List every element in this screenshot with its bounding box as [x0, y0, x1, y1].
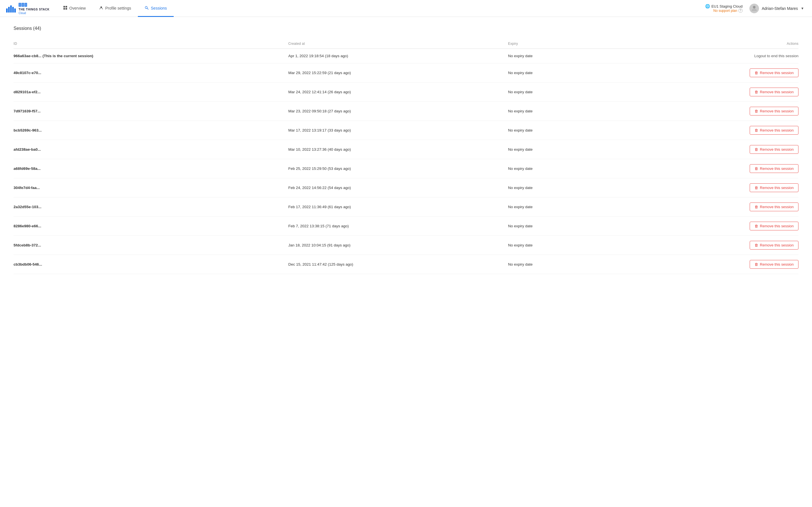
remove-session-button[interactable]: 🗑Remove this session: [750, 164, 799, 173]
tab-sessions-label: Sessions: [151, 6, 167, 10]
page-title: Sessions (44): [13, 26, 799, 31]
session-id-value: 5fdceb8b-372...: [13, 243, 41, 247]
trash-icon: 🗑: [755, 166, 758, 171]
logo-text: THE THINGS STACK Cloud: [18, 2, 50, 15]
remove-session-button[interactable]: 🗑Remove this session: [750, 145, 799, 154]
remove-session-button[interactable]: 🗑Remove this session: [750, 260, 799, 269]
session-created: Mar 23, 2022 09:50:18 (27 days ago): [288, 102, 508, 121]
remove-button-label: Remove this session: [760, 166, 794, 171]
col-header-created: Created at: [288, 39, 508, 49]
remove-button-label: Remove this session: [760, 71, 794, 75]
svg-point-17: [753, 6, 755, 8]
remove-session-button[interactable]: 🗑Remove this session: [750, 183, 799, 192]
grid-icon: [63, 6, 67, 11]
remove-button-label: Remove this session: [760, 205, 794, 209]
session-id: afd238ae-ba0...: [13, 140, 288, 159]
session-id-value: d829101a-ef2...: [13, 90, 41, 94]
page-header: Sessions (44): [13, 26, 799, 31]
svg-rect-0: [6, 8, 8, 12]
tab-overview-label: Overview: [69, 6, 86, 10]
session-actions: 🗑Remove this session: [665, 236, 799, 255]
svg-rect-11: [63, 6, 65, 8]
session-created: Dec 15, 2021 11:47:42 (125 days ago): [288, 255, 508, 274]
session-id: 49c8107c-e70...: [13, 63, 288, 82]
svg-rect-12: [65, 6, 67, 8]
session-id-value: 7d971639-f57...: [13, 109, 41, 113]
remove-session-button[interactable]: 🗑Remove this session: [750, 241, 799, 249]
header-right: 🌐 EU1 Staging Cloud No support plan ? Ad…: [705, 0, 806, 17]
session-actions: 🗑Remove this session: [665, 159, 799, 178]
session-id-value: 49c8107c-e70...: [13, 71, 41, 75]
remove-button-label: Remove this session: [760, 243, 794, 247]
session-created: Mar 10, 2022 13:27:36 (40 days ago): [288, 140, 508, 159]
remove-button-label: Remove this session: [760, 224, 794, 228]
logo-area: THE THINGS STACK Cloud: [6, 0, 56, 17]
session-expiry: No expiry date: [508, 121, 665, 140]
remove-session-button[interactable]: 🗑Remove this session: [750, 68, 799, 77]
main-header: THE THINGS STACK Cloud Overview: [0, 0, 812, 17]
session-actions: 🗑Remove this session: [665, 178, 799, 198]
support-plan[interactable]: No support plan ?: [713, 8, 743, 13]
remove-button-label: Remove this session: [760, 262, 794, 267]
session-expiry: No expiry date: [508, 102, 665, 121]
session-created: Apr 1, 2022 19:18:54 (18 days ago): [288, 49, 508, 63]
svg-rect-1: [8, 7, 10, 12]
remove-session-button[interactable]: 🗑Remove this session: [750, 203, 799, 211]
nav-tabs: Overview Profile settings Sessions: [56, 0, 174, 17]
session-id: 7d971639-f57...: [13, 102, 288, 121]
session-created: Feb 17, 2022 11:36:49 (61 days ago): [288, 198, 508, 217]
remove-session-button[interactable]: 🗑Remove this session: [750, 88, 799, 96]
trash-icon: 🗑: [755, 186, 758, 190]
session-actions: 🗑Remove this session: [665, 198, 799, 217]
cloud-region-label: EU1 Staging Cloud: [711, 4, 743, 8]
session-id-value: cb3bdb06-546...: [13, 262, 42, 267]
trash-icon: 🗑: [755, 224, 758, 228]
table-row: 7d971639-f57...Mar 23, 2022 09:50:18 (27…: [13, 102, 799, 121]
trash-icon: 🗑: [755, 147, 758, 152]
session-id-value: bcb5269c-963...: [13, 128, 42, 132]
trash-icon: 🗑: [755, 128, 758, 132]
session-expiry: No expiry date: [508, 236, 665, 255]
session-actions: 🗑Remove this session: [665, 140, 799, 159]
session-id: d829101a-ef2...: [13, 82, 288, 102]
trash-icon: 🗑: [755, 205, 758, 209]
session-created: Jan 18, 2022 10:04:15 (91 days ago): [288, 236, 508, 255]
session-expiry: No expiry date: [508, 198, 665, 217]
remove-session-button[interactable]: 🗑Remove this session: [750, 222, 799, 230]
session-expiry: No expiry date: [508, 82, 665, 102]
remove-session-button[interactable]: 🗑Remove this session: [750, 126, 799, 135]
table-header: ID Created at Expiry Actions: [13, 39, 799, 49]
session-created: Feb 24, 2022 14:56:22 (54 days ago): [288, 178, 508, 198]
session-id: bcb5269c-963...: [13, 121, 288, 140]
trash-icon: 🗑: [755, 90, 758, 94]
remove-session-button[interactable]: 🗑Remove this session: [750, 107, 799, 115]
user-name: Adrian-Stefan Mares: [762, 6, 798, 11]
session-actions: 🗑Remove this session: [665, 121, 799, 140]
table-row: 2a32d55e-103...Feb 17, 2022 11:36:49 (61…: [13, 198, 799, 217]
table-row: a68fd69e-58a...Feb 25, 2022 15:29:50 (53…: [13, 159, 799, 178]
user-area[interactable]: Adrian-Stefan Mares ▼: [747, 2, 806, 15]
tab-profile-label: Profile settings: [105, 6, 131, 10]
sessions-list: 966a63ae-cb8... (This is the current ses…: [13, 49, 799, 274]
trash-icon: 🗑: [755, 243, 758, 247]
remove-button-label: Remove this session: [760, 109, 794, 113]
help-icon[interactable]: ?: [739, 8, 743, 13]
stack-sub: Cloud: [18, 11, 50, 15]
table-row: 5fdceb8b-372...Jan 18, 2022 10:04:15 (91…: [13, 236, 799, 255]
table-row: 304fe7d4-faa...Feb 24, 2022 14:56:22 (54…: [13, 178, 799, 198]
session-id-value: a68fd69e-58a...: [13, 166, 41, 171]
table-row: cb3bdb06-546...Dec 15, 2021 11:47:42 (12…: [13, 255, 799, 274]
svg-rect-4: [14, 8, 16, 12]
session-created: Feb 25, 2022 15:29:50 (53 days ago): [288, 159, 508, 178]
svg-rect-2: [10, 5, 11, 12]
tab-overview[interactable]: Overview: [56, 0, 93, 17]
sessions-table: ID Created at Expiry Actions 966a63ae-cb…: [13, 39, 799, 274]
tab-profile[interactable]: Profile settings: [93, 0, 138, 17]
remove-button-label: Remove this session: [760, 186, 794, 190]
session-actions: 🗑Remove this session: [665, 217, 799, 236]
col-header-id: ID: [13, 39, 288, 49]
tab-sessions[interactable]: Sessions: [138, 0, 174, 17]
session-id-value: afd238ae-ba0...: [13, 147, 41, 152]
key-icon: [145, 6, 149, 11]
session-id: a68fd69e-58a...: [13, 159, 288, 178]
